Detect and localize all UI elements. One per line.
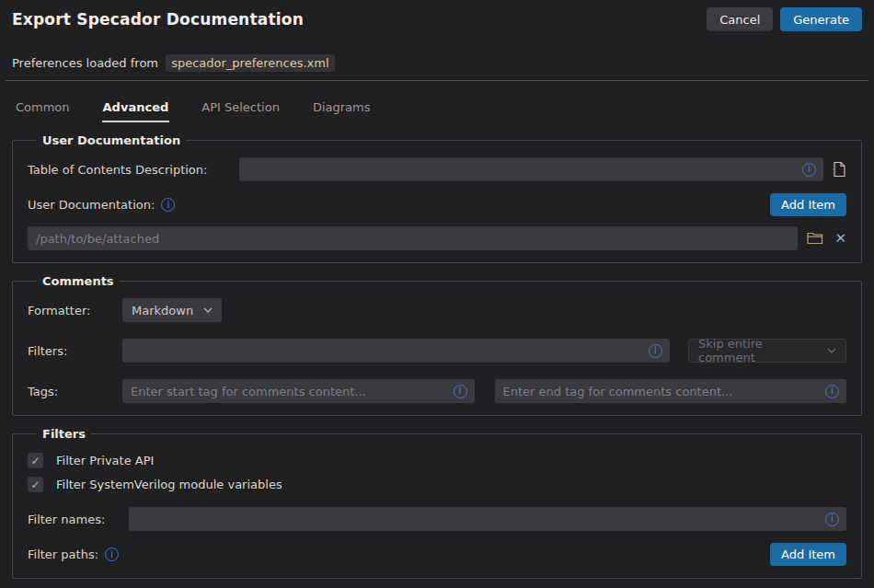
comments-legend: Comments xyxy=(37,274,120,288)
formatter-select[interactable]: Markdown xyxy=(122,298,222,322)
preferences-status: Preferences loaded from specador_prefere… xyxy=(12,56,862,70)
info-icon: i xyxy=(454,385,467,398)
preferences-file-badge: specador_preferences.xml xyxy=(166,54,334,72)
comment-filters-row: Filters: i Skip entire comment xyxy=(28,339,846,363)
dialog-header: Export Specador Documentation Cancel Gen… xyxy=(12,7,862,31)
filter-names-input-wrap: i xyxy=(129,507,846,531)
filter-paths-label-group: Filter paths: i xyxy=(28,548,119,561)
comment-filters-label: Filters: xyxy=(28,344,122,358)
preferences-status-text: Preferences loaded from xyxy=(12,56,158,70)
folder-icon[interactable] xyxy=(807,232,823,245)
tags-row: Tags: i i xyxy=(28,379,846,403)
attachment-path-row: ✕ xyxy=(28,226,846,250)
chevron-down-icon xyxy=(203,307,213,313)
filter-paths-row: Filter paths: i Add Item xyxy=(28,543,846,566)
info-icon: i xyxy=(105,548,119,561)
filter-sv-module-vars-checkbox[interactable]: ✓ xyxy=(28,477,43,492)
skip-mode-select[interactable]: Skip entire comment xyxy=(688,339,846,363)
generate-button[interactable]: Generate xyxy=(780,7,862,31)
start-tag-input[interactable] xyxy=(122,379,475,403)
end-tag-input[interactable] xyxy=(495,379,847,403)
toc-description-row: Table of Contents Description: i xyxy=(28,157,846,181)
user-documentation-label: User Documentation: xyxy=(28,198,155,212)
skip-mode-value: Skip entire comment xyxy=(698,337,818,364)
toc-description-input[interactable] xyxy=(239,157,823,181)
user-documentation-label-group: User Documentation: i xyxy=(28,198,175,212)
comment-filters-input-wrap: i xyxy=(122,339,670,363)
comment-filters-input[interactable] xyxy=(122,339,670,363)
header-separator xyxy=(6,80,868,81)
tab-bar: Common Advanced API Selection Diagrams xyxy=(12,97,862,122)
add-item-button[interactable]: Add Item xyxy=(770,193,846,216)
filter-private-api-label: Filter Private API xyxy=(56,454,154,467)
attachment-path-input[interactable] xyxy=(28,226,798,250)
filter-private-api-checkbox[interactable]: ✓ xyxy=(28,453,43,468)
tab-diagrams[interactable]: Diagrams xyxy=(312,97,372,122)
formatter-row: Formatter: Markdown xyxy=(28,298,846,322)
cancel-button[interactable]: Cancel xyxy=(707,7,773,31)
user-documentation-section: User Documentation Table of Contents Des… xyxy=(12,133,862,263)
filter-names-label: Filter names: xyxy=(28,513,129,526)
filters-section: Filters ✓ Filter Private API ✓ Filter Sy… xyxy=(12,427,862,579)
toc-description-label: Table of Contents Description: xyxy=(28,163,239,177)
formatter-label: Formatter: xyxy=(28,304,122,317)
comments-section: Comments Formatter: Markdown Filters: i … xyxy=(12,274,862,416)
tab-api-selection[interactable]: API Selection xyxy=(201,97,281,122)
attachment-path-input-wrap xyxy=(28,226,798,250)
filter-names-row: Filter names: i xyxy=(28,507,846,531)
page-title: Export Specador Documentation xyxy=(12,10,304,29)
add-filter-path-button[interactable]: Add Item xyxy=(770,543,846,566)
header-buttons: Cancel Generate xyxy=(707,7,862,31)
tab-common[interactable]: Common xyxy=(15,97,71,122)
start-tag-input-wrap: i xyxy=(122,379,475,403)
user-documentation-legend: User Documentation xyxy=(37,133,186,147)
user-documentation-row: User Documentation: i Add Item xyxy=(28,193,846,216)
filter-sv-module-vars-row: ✓ Filter SystemVerilog module variables xyxy=(28,477,846,492)
filter-names-input[interactable] xyxy=(129,507,846,531)
info-icon: i xyxy=(802,163,816,177)
filter-sv-module-vars-label: Filter SystemVerilog module variables xyxy=(56,478,282,491)
info-icon: i xyxy=(649,344,662,358)
filter-private-api-row: ✓ Filter Private API xyxy=(28,453,846,468)
chevron-down-icon xyxy=(827,348,836,353)
info-icon: i xyxy=(161,198,175,212)
tab-advanced[interactable]: Advanced xyxy=(102,97,170,122)
toc-description-input-wrap: i xyxy=(239,157,823,181)
filters-legend: Filters xyxy=(37,427,91,441)
export-specador-dialog: Export Specador Documentation Cancel Gen… xyxy=(0,0,874,588)
info-icon: i xyxy=(825,513,839,526)
file-icon[interactable] xyxy=(833,161,846,178)
close-icon[interactable]: ✕ xyxy=(834,230,846,247)
formatter-value: Markdown xyxy=(132,304,193,317)
end-tag-input-wrap: i xyxy=(495,379,847,403)
filter-paths-label: Filter paths: xyxy=(28,548,98,561)
tags-label: Tags: xyxy=(28,385,122,398)
info-icon: i xyxy=(825,385,839,398)
